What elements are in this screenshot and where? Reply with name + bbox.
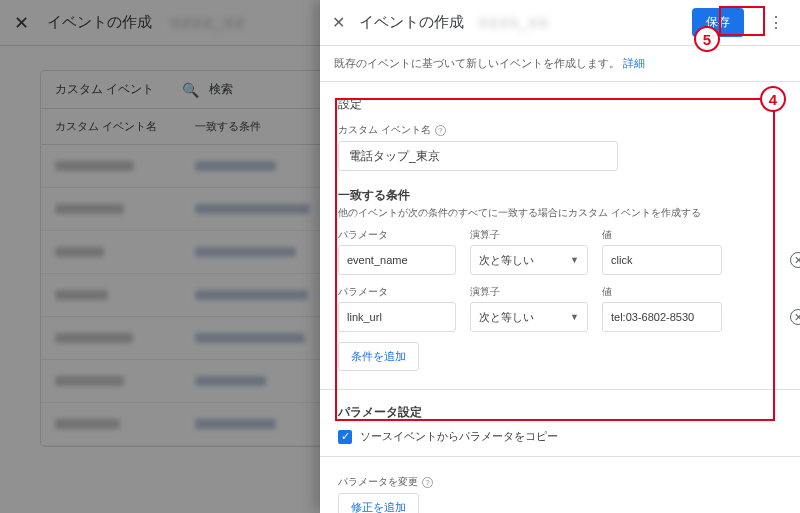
copy-params-checkbox[interactable]: ✓ (338, 430, 352, 444)
settings-heading: 設定 (320, 82, 800, 121)
chevron-down-icon: ▼ (570, 255, 579, 265)
remove-condition-icon[interactable]: ✕ (790, 309, 800, 325)
condition-row: パラメータ演算子次と等しい▼値✕ (338, 228, 782, 275)
panel-obscured: XXXX_XX (478, 15, 549, 31)
condition-value-input[interactable] (602, 245, 722, 275)
param-heading: パラメータ設定 (338, 404, 782, 421)
help-icon[interactable]: ? (435, 125, 446, 136)
help-icon[interactable]: ? (422, 477, 433, 488)
panel-header: ✕ イベントの作成 XXXX_XX 保存 ⋮ (320, 0, 800, 46)
remove-condition-icon[interactable]: ✕ (790, 252, 800, 268)
learn-more-link[interactable]: 詳細 (623, 57, 645, 69)
add-condition-button[interactable]: 条件を追加 (338, 342, 419, 371)
add-modification-button[interactable]: 修正を追加 (338, 493, 419, 513)
create-event-panel: ✕ イベントの作成 XXXX_XX 保存 ⋮ 既存のイベントに基づいて新しいイベ… (320, 0, 800, 513)
conditions-heading: 一致する条件 (338, 187, 782, 204)
copy-params-label: ソースイベントからパラメータをコピー (360, 429, 558, 444)
annotation-circle-4: 4 (760, 86, 786, 112)
more-icon[interactable]: ⋮ (758, 13, 788, 32)
event-name-label: カスタム イベント名 (338, 123, 431, 137)
condition-param-input[interactable] (338, 245, 456, 275)
modify-params-label: パラメータを変更 (338, 475, 418, 489)
condition-value-input[interactable] (602, 302, 722, 332)
condition-param-input[interactable] (338, 302, 456, 332)
chevron-down-icon: ▼ (570, 312, 579, 322)
panel-title: イベントの作成 (359, 13, 464, 32)
event-name-input[interactable] (338, 141, 618, 171)
close-icon[interactable]: ✕ (332, 13, 345, 32)
conditions-subtext: 他のイベントが次の条件のすべてに一致する場合にカスタム イベントを作成する (338, 206, 782, 220)
panel-description: 既存のイベントに基づいて新しいイベントを作成します。 詳細 (320, 46, 800, 82)
condition-operator-select[interactable]: 次と等しい▼ (470, 302, 588, 332)
condition-row: パラメータ演算子次と等しい▼値✕ (338, 285, 782, 332)
annotation-circle-5: 5 (694, 26, 720, 52)
condition-operator-select[interactable]: 次と等しい▼ (470, 245, 588, 275)
